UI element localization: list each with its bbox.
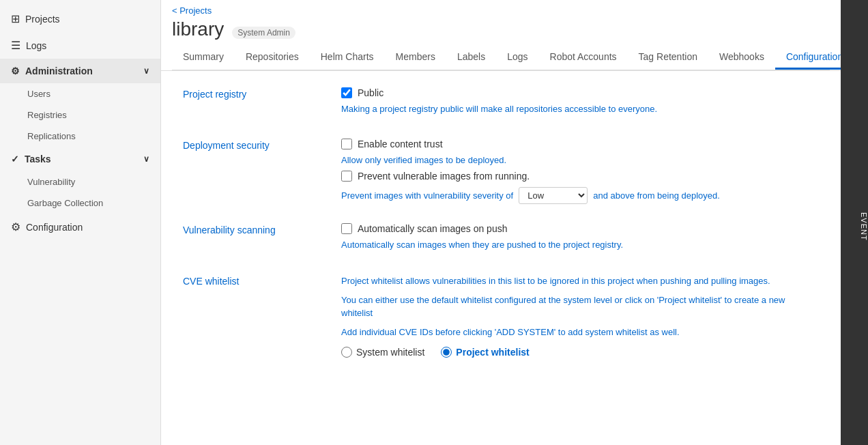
sidebar-item-label: Projects (25, 14, 60, 25)
project-whitelist-label: Project whitelist (456, 347, 529, 358)
page-title-row: library System Admin (172, 18, 830, 40)
tab-labels[interactable]: Labels (446, 46, 496, 70)
content-area: Project registry Public Making a project… (161, 71, 841, 445)
severity-suffix: and above from being deployed. (593, 190, 720, 201)
content-trust-hint: Allow only verified images to be deploye… (341, 155, 819, 165)
system-admin-badge: System Admin (232, 27, 295, 39)
deployment-security-label: Deployment security (183, 139, 319, 204)
garbage-collection-label: Garbage Collection (27, 198, 103, 208)
administration-label: Administration (25, 66, 93, 76)
administration-chevron: ∨ (143, 66, 149, 76)
sidebar-section-tasks[interactable]: ✓ Tasks ∨ (0, 147, 160, 171)
sidebar-item-configuration[interactable]: ⚙ Configuration (0, 214, 160, 240)
public-checkbox-row: Public (341, 87, 819, 98)
registries-label: Registries (27, 110, 67, 120)
content-trust-label: Enable content trust (358, 139, 443, 149)
vulnerability-scanning-value: Automatically scan images on push Automa… (341, 223, 819, 255)
auto-scan-row: Automatically scan images on push (341, 223, 819, 234)
tab-webhooks[interactable]: Webhooks (708, 46, 775, 70)
tab-repositories[interactable]: Repositories (235, 46, 310, 70)
page-title: library (172, 18, 224, 40)
tasks-chevron: ∨ (143, 154, 149, 164)
configuration-label: Configuration (26, 222, 83, 233)
tab-members[interactable]: Members (385, 46, 446, 70)
breadcrumb[interactable]: < Projects (172, 5, 830, 16)
sidebar-item-label: Logs (26, 40, 46, 51)
public-checkbox[interactable] (341, 87, 352, 98)
cve-whitelist-row: CVE whitelist Project whitelist allows v… (183, 274, 819, 358)
auto-scan-hint: Automatically scan images when they are … (341, 240, 819, 250)
tasks-icon: ✓ (11, 154, 19, 164)
vulnerability-scanning-label: Vulnerability scanning (183, 223, 319, 255)
sidebar-item-users[interactable]: Users (0, 83, 160, 104)
public-label: Public (358, 87, 384, 98)
whitelist-radio-row: System whitelist Project whitelist (341, 347, 819, 358)
administration-icon: ⚙ (11, 66, 20, 76)
cve-desc1: Project whitelist allows vulnerabilities… (341, 274, 819, 288)
tasks-label: Tasks (25, 154, 51, 164)
prevent-vulnerable-checkbox[interactable] (341, 171, 352, 182)
project-registry-row: Project registry Public Making a project… (183, 87, 819, 119)
main-panel: < Projects library System Admin Summary … (161, 0, 841, 445)
auto-scan-label: Automatically scan images on push (358, 223, 507, 234)
tab-robot-accounts[interactable]: Robot Accounts (539, 46, 628, 70)
system-whitelist-radio[interactable] (341, 347, 352, 358)
system-whitelist-option: System whitelist (341, 347, 424, 358)
auto-scan-checkbox[interactable] (341, 223, 352, 234)
tab-helm-charts[interactable]: Helm Charts (310, 46, 385, 70)
content-trust-row: Enable content trust (341, 139, 819, 149)
cve-desc2: You can either use the default whitelist… (341, 293, 819, 320)
cve-whitelist-label: CVE whitelist (183, 274, 319, 358)
sidebar-item-registries[interactable]: Registries (0, 104, 160, 126)
cve-whitelist-value: Project whitelist allows vulnerabilities… (341, 274, 819, 358)
tab-summary[interactable]: Summary (172, 46, 235, 70)
prevent-vulnerable-label: Prevent vulnerable images from running. (358, 171, 530, 182)
vulnerability-label: Vulnerability (27, 177, 75, 187)
side-panel: EVENT (841, 0, 868, 445)
sidebar-section-administration[interactable]: ⚙ Administration ∨ (0, 59, 160, 83)
projects-icon: ⊞ (11, 12, 20, 25)
system-whitelist-label: System whitelist (356, 347, 424, 358)
project-whitelist-radio[interactable] (441, 347, 452, 358)
prevent-vulnerable-row: Prevent vulnerable images from running. (341, 171, 819, 182)
content-trust-checkbox[interactable] (341, 139, 352, 149)
tab-tag-retention[interactable]: Tag Retention (628, 46, 708, 70)
sidebar-item-logs[interactable]: ☰ Logs (0, 32, 160, 59)
sidebar-item-garbage-collection[interactable]: Garbage Collection (0, 192, 160, 214)
project-registry-value: Public Making a project registry public … (341, 87, 819, 119)
project-registry-label: Project registry (183, 87, 319, 119)
tabs: Summary Repositories Helm Charts Members… (172, 46, 830, 70)
replications-label: Replications (27, 131, 76, 141)
project-whitelist-option: Project whitelist (441, 347, 529, 358)
deployment-security-value: Enable content trust Allow only verified… (341, 139, 819, 204)
cve-desc3: Add individual CVE IDs before clicking '… (341, 326, 819, 339)
vulnerability-scanning-row: Vulnerability scanning Automatically sca… (183, 223, 819, 255)
project-registry-hint: Making a project registry public will ma… (341, 104, 819, 114)
severity-select[interactable]: Low Medium High Critical (519, 187, 588, 204)
tab-configuration[interactable]: Configuration (775, 46, 841, 70)
tab-logs[interactable]: Logs (496, 46, 538, 70)
severity-prefix: Prevent images with vulnerability severi… (341, 190, 513, 201)
sidebar: ⊞ Projects ☰ Logs ⚙ Administration ∨ Use… (0, 0, 161, 445)
sidebar-item-projects[interactable]: ⊞ Projects (0, 5, 160, 32)
side-panel-label: EVENT (860, 212, 868, 241)
severity-row: Prevent images with vulnerability severi… (341, 187, 819, 204)
configuration-icon: ⚙ (11, 220, 20, 233)
users-label: Users (27, 89, 50, 99)
sidebar-item-replications[interactable]: Replications (0, 126, 160, 147)
sidebar-item-vulnerability[interactable]: Vulnerability (0, 171, 160, 192)
header: < Projects library System Admin Summary … (161, 0, 841, 71)
deployment-security-row: Deployment security Enable content trust… (183, 139, 819, 204)
logs-icon: ☰ (11, 39, 20, 52)
